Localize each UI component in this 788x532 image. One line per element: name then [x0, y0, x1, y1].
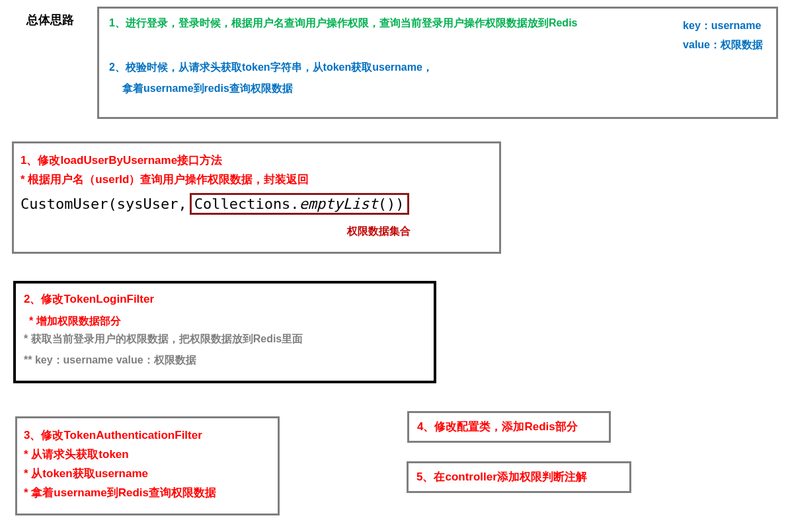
step-2-gray-1: * 获取当前登录用户的权限数据，把权限数据放到Redis里面	[24, 328, 426, 350]
overview-step-2: 2、校验时候，从请求头获取token字符串，从token获取username， …	[109, 57, 766, 99]
step-1-title: 1、修改loadUserByUsername接口方法	[20, 151, 492, 171]
main-title: 总体思路	[26, 12, 74, 28]
step-3-line-3: * 拿着username到Redis查询权限数据	[24, 484, 271, 503]
overview-step-1: 1、进行登录，登录时候，根据用户名查询用户操作权限，查询当前登录用户操作权限数据…	[109, 17, 766, 30]
collection-label: 权限数据集合	[265, 225, 492, 239]
step-4-box: 4、修改配置类，添加Redis部分	[407, 411, 611, 443]
step-5-text: 5、在controller添加权限判断注解	[416, 468, 587, 487]
step-1-sub: * 根据用户名（userId）查询用户操作权限数据，封装返回	[20, 171, 492, 190]
redis-key: key：username	[683, 17, 763, 36]
highlighted-code: Collections.emptyList())	[190, 193, 409, 215]
step-4-text: 4、修改配置类，添加Redis部分	[417, 418, 578, 437]
step-1-box: 1、修改loadUserByUsername接口方法 * 根据用户名（userI…	[12, 141, 501, 254]
step-2-title: 2、修改TokenLoginFilter	[24, 290, 426, 309]
step-3-box: 3、修改TokenAuthenticationFilter * 从请求头获取to…	[15, 416, 280, 515]
step-3-line-2: * 从token获取username	[24, 465, 271, 484]
step-2-gray-2: ** key：username value：权限数据	[24, 350, 426, 371]
code-snippet: CustomUser(sysUser, Collections.emptyLis…	[20, 193, 492, 215]
step-2-box: 2、修改TokenLoginFilter * 增加权限数据部分 * 获取当前登录…	[13, 281, 436, 383]
redis-value: value：权限数据	[683, 36, 763, 55]
redis-kv-note: key：username value：权限数据	[683, 17, 763, 55]
overview-box: 1、进行登录，登录时候，根据用户名查询用户操作权限，查询当前登录用户操作权限数据…	[97, 7, 778, 119]
step-2-sub: * 增加权限数据部分	[29, 315, 426, 328]
step-3-line-1: * 从请求头获取token	[24, 445, 271, 465]
step-5-box: 5、在controller添加权限判断注解	[407, 461, 631, 493]
step-3-title: 3、修改TokenAuthenticationFilter	[24, 426, 271, 445]
